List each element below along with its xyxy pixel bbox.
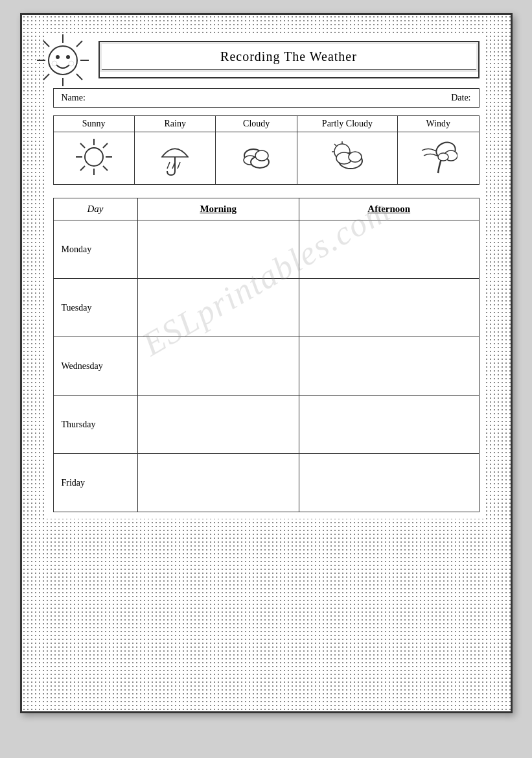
svg-point-8 (49, 46, 77, 75)
afternoon-tuesday (299, 279, 480, 337)
svg-line-4 (43, 41, 49, 47)
legend-header-partly-cloudy: Partly Cloudy (297, 116, 397, 132)
svg-line-5 (76, 74, 82, 80)
windy-icon (403, 137, 474, 179)
schedule-row-wednesday: Wednesday (53, 337, 479, 396)
name-label: Name: (62, 93, 86, 103)
morning-thursday (137, 396, 299, 454)
schedule-row-tuesday: Tuesday (53, 279, 479, 337)
page: ESLprintables.com (20, 13, 513, 713)
afternoon-wednesday (299, 337, 480, 396)
svg-line-25 (178, 162, 180, 169)
legend-icon-sunny (53, 132, 134, 185)
schedule-header-day: Day (53, 198, 137, 220)
schedule-row-monday: Monday (53, 220, 479, 279)
schedule-header-morning: Morning (137, 198, 299, 220)
svg-line-23 (167, 162, 170, 169)
day-thursday: Thursday (53, 396, 137, 454)
date-label: Date: (451, 93, 470, 103)
morning-monday (137, 220, 299, 279)
svg-point-9 (56, 55, 60, 59)
inner-content: ESLprintables.com (47, 34, 486, 519)
morning-wednesday (137, 337, 299, 396)
svg-line-32 (334, 144, 336, 146)
afternoon-friday (299, 454, 480, 512)
sun-icon (34, 31, 92, 89)
morning-tuesday (137, 279, 299, 337)
legend-header-windy: Windy (397, 116, 479, 132)
legend-header-row: Sunny Rainy Cloudy Partly Cloudy Windy (53, 116, 479, 132)
partly-cloudy-icon (303, 137, 392, 179)
svg-line-18 (103, 166, 108, 171)
svg-point-10 (66, 55, 70, 59)
legend-icon-windy (397, 132, 479, 185)
legend-header-cloudy: Cloudy (216, 116, 297, 132)
schedule-header-row: Day Morning Afternoon (53, 198, 479, 220)
rainy-icon (140, 137, 210, 179)
svg-line-7 (43, 74, 49, 80)
legend-header-sunny: Sunny (53, 116, 134, 132)
legend-header-rainy: Rainy (134, 116, 215, 132)
legend-icon-row (53, 132, 479, 185)
legend-icon-rainy (134, 132, 215, 185)
afternoon-monday (299, 220, 480, 279)
svg-point-36 (349, 152, 362, 162)
schedule-table: Day Morning Afternoon Monday (53, 198, 480, 512)
title-box: Recording The Weather (98, 41, 480, 78)
svg-line-6 (76, 41, 82, 47)
cloudy-icon (221, 137, 291, 179)
svg-line-19 (103, 143, 108, 148)
schedule-header-afternoon: Afternoon (299, 198, 480, 220)
afternoon-thursday (299, 396, 480, 454)
svg-line-17 (80, 143, 85, 148)
svg-line-20 (80, 166, 85, 171)
schedule-row-thursday: Thursday (53, 396, 479, 454)
header-area: Recording The Weather (53, 41, 480, 78)
schedule-row-friday: Friday (53, 454, 479, 512)
morning-friday (137, 454, 299, 512)
page-title: Recording The Weather (102, 44, 476, 70)
name-date-row: Name: Date: (53, 88, 480, 108)
legend-icon-partly-cloudy (297, 132, 397, 185)
svg-point-39 (438, 153, 448, 161)
day-monday: Monday (53, 220, 137, 279)
day-tuesday: Tuesday (53, 279, 137, 337)
sunny-icon (59, 137, 129, 179)
svg-point-21 (85, 148, 103, 166)
day-friday: Friday (53, 454, 137, 512)
day-wednesday: Wednesday (53, 337, 137, 396)
svg-point-29 (255, 150, 268, 161)
legend-table: Sunny Rainy Cloudy Partly Cloudy Windy (53, 115, 480, 185)
legend-icon-cloudy (216, 132, 297, 185)
